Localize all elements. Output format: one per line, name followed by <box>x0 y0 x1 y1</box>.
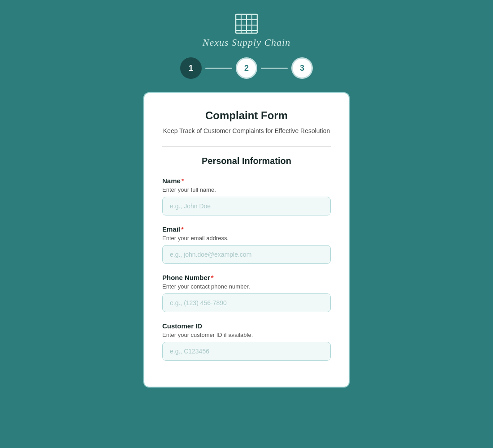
step-1[interactable]: 1 <box>180 57 202 79</box>
customer-id-field: Customer ID Enter your customer ID if av… <box>162 322 331 361</box>
phone-input[interactable] <box>162 293 331 312</box>
name-hint: Enter your full name. <box>162 186 331 193</box>
name-input[interactable] <box>162 197 331 215</box>
step-3[interactable]: 3 <box>291 57 313 79</box>
form-card: Complaint Form Keep Track of Customer Co… <box>143 92 350 388</box>
name-required-star: * <box>182 177 184 185</box>
phone-field: Phone Number* Enter your contact phone n… <box>162 274 331 312</box>
grid-icon <box>235 13 258 34</box>
phone-label: Phone Number* <box>162 274 331 281</box>
email-input[interactable] <box>162 245 331 264</box>
email-field: Email* Enter your email address. <box>162 225 331 264</box>
form-subtitle: Keep Track of Customer Complaints for Ef… <box>162 126 331 136</box>
email-hint: Enter your email address. <box>162 235 331 241</box>
form-header: Complaint Form Keep Track of Customer Co… <box>162 109 331 136</box>
logo-section: Nexus Supply Chain <box>203 13 290 48</box>
form-title: Complaint Form <box>162 109 331 122</box>
connector-2-3 <box>261 68 288 69</box>
name-field: Name* Enter your full name. <box>162 177 331 215</box>
email-label: Email* <box>162 225 331 233</box>
section-title: Personal Information <box>162 156 331 166</box>
customer-id-hint: Enter your customer ID if available. <box>162 332 331 338</box>
stepper: 1 2 3 <box>180 57 313 79</box>
header-divider <box>162 146 331 147</box>
name-label: Name* <box>162 177 331 185</box>
connector-1-2 <box>205 68 232 69</box>
phone-required-star: * <box>211 274 214 281</box>
brand-name: Nexus Supply Chain <box>203 37 290 48</box>
customer-id-label: Customer ID <box>162 322 331 330</box>
phone-hint: Enter your contact phone number. <box>162 283 331 290</box>
email-required-star: * <box>181 225 184 233</box>
step-2[interactable]: 2 <box>236 57 257 79</box>
customer-id-input[interactable] <box>162 342 331 361</box>
